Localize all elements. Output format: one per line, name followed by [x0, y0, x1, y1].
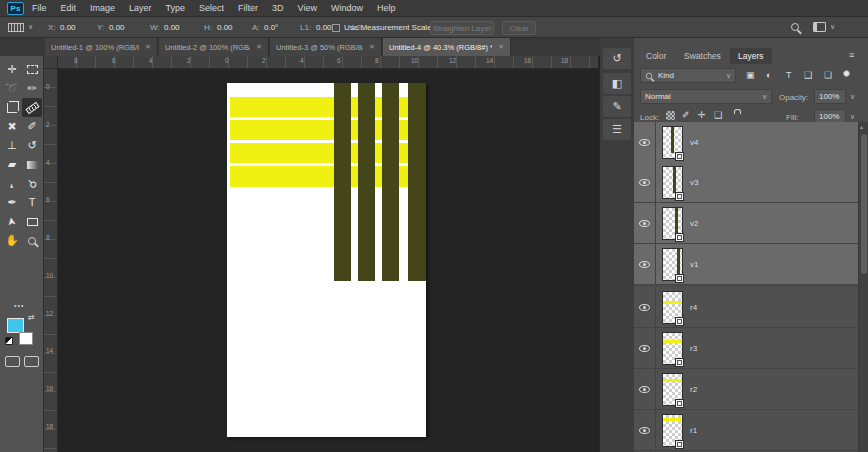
tab-untitled-3[interactable]: Untitled-3 @ 50% (RGB/8#) ✕ [270, 38, 382, 56]
opacity-field[interactable]: 100% [814, 89, 846, 104]
layer-row[interactable]: v3 [634, 162, 858, 203]
layer-thumbnail[interactable] [662, 166, 683, 199]
filter-pixel-layers-icon[interactable]: ▣ [746, 70, 755, 80]
tab-color[interactable]: Color [638, 48, 674, 64]
scroll-up-icon[interactable]: ▴ [860, 123, 863, 130]
tab-swatches[interactable]: Swatches [676, 48, 729, 64]
layer-row[interactable]: v1 [634, 244, 858, 285]
tab-untitled-1[interactable]: Untitled-1 @ 100% (RGB/8#) ✕ [45, 38, 158, 56]
clear-button[interactable]: Clear [502, 21, 536, 35]
visibility-toggle[interactable] [634, 162, 656, 203]
lock-position-icon[interactable]: ✛ [698, 110, 706, 120]
filter-smart-objects-icon[interactable]: ❏ [824, 70, 832, 80]
layer-name[interactable]: v2 [690, 219, 698, 228]
opacity-caret-icon[interactable]: ∨ [850, 93, 855, 101]
edit-toolbar-ellipsis[interactable]: ••• [14, 302, 24, 309]
menu-type[interactable]: Type [166, 3, 186, 13]
filter-toggle-icon[interactable] [843, 70, 850, 77]
ruler-tool[interactable] [22, 98, 42, 117]
filter-adjustment-layers-icon[interactable]: ◐ [766, 70, 771, 80]
eraser-tool[interactable]: ▰ [2, 155, 22, 174]
filter-type-layers-icon[interactable]: T [786, 70, 792, 80]
history-brush-tool[interactable]: ↺ [22, 136, 42, 155]
layer-name[interactable]: r3 [690, 344, 697, 353]
tab-untitled-2[interactable]: Untitled-2 @ 100% (RGB/8) ✕ [159, 38, 269, 56]
brush-settings-panel-button[interactable]: ✎ [603, 96, 631, 117]
layer-thumbnail[interactable] [662, 207, 683, 240]
lock-transparency-icon[interactable] [666, 111, 675, 120]
layer-row[interactable]: r3 [634, 328, 858, 369]
gradient-tool[interactable] [22, 155, 42, 174]
layer-filter-kind-dropdown[interactable]: Kind ∨ [640, 68, 736, 83]
foreground-color-swatch[interactable] [7, 318, 24, 333]
menu-filter[interactable]: Filter [238, 3, 258, 13]
blur-tool[interactable]: ❜ [2, 174, 22, 193]
visibility-toggle[interactable] [634, 122, 656, 163]
pen-tool[interactable]: ✒ [2, 193, 22, 212]
brush-tool[interactable]: ✐ [22, 117, 42, 136]
rectangle-tool[interactable] [22, 212, 42, 231]
tool-preset-caret-icon[interactable]: ∨ [28, 23, 33, 31]
tab-layers[interactable]: Layers [730, 48, 772, 64]
menu-select[interactable]: Select [199, 3, 224, 13]
layer-name[interactable]: v1 [690, 260, 698, 269]
layer-thumbnail[interactable] [662, 414, 683, 447]
visibility-toggle[interactable] [634, 203, 656, 244]
canvas-pasteboard[interactable] [58, 69, 598, 452]
layer-name[interactable]: v3 [690, 178, 698, 187]
layer-row[interactable]: r4 [634, 287, 858, 328]
layer-name[interactable]: r4 [690, 303, 697, 312]
visibility-toggle[interactable] [634, 410, 656, 451]
layer-thumbnail[interactable] [662, 332, 683, 365]
search-icon[interactable] [791, 23, 799, 31]
swap-colors-icon[interactable]: ⇄ [28, 313, 35, 322]
layer-name[interactable]: v4 [690, 138, 698, 147]
close-tab-icon[interactable]: ✕ [369, 43, 375, 51]
lasso-tool[interactable]: ➰ [2, 79, 22, 98]
properties-panel-button[interactable]: ☰ [603, 119, 631, 140]
layer-row[interactable]: v4 [634, 122, 858, 163]
type-tool[interactable]: T [22, 193, 42, 212]
menu-layer[interactable]: Layer [129, 3, 152, 13]
scrollbar-thumb[interactable] [861, 134, 867, 274]
panel-menu-icon[interactable]: ≡ [849, 50, 854, 60]
visibility-toggle[interactable] [634, 244, 656, 285]
menu-3d[interactable]: 3D [272, 3, 284, 13]
visibility-toggle[interactable] [634, 328, 656, 369]
screen-mode-button[interactable] [24, 356, 39, 367]
visibility-toggle[interactable] [634, 369, 656, 410]
layer-name[interactable]: r2 [690, 385, 697, 394]
blend-mode-dropdown[interactable]: Normal ∨ [640, 89, 772, 104]
menu-edit[interactable]: Edit [61, 3, 77, 13]
layer-thumbnail[interactable] [662, 373, 683, 406]
menu-help[interactable]: Help [377, 3, 396, 13]
crop-tool[interactable] [2, 98, 22, 117]
hand-tool[interactable]: ✋ [2, 231, 22, 250]
menu-window[interactable]: Window [331, 3, 363, 13]
default-colors-icon[interactable] [5, 337, 13, 345]
horizontal-ruler[interactable]: 8 6 4 2 0 2 4 6 8 10 12 14 16 18 [58, 56, 598, 69]
close-tab-icon[interactable]: ✕ [498, 43, 504, 51]
layer-row[interactable]: r2 [634, 369, 858, 410]
workspace-caret-icon[interactable]: ∨ [830, 23, 835, 31]
visibility-toggle[interactable] [634, 287, 656, 328]
document-canvas[interactable] [227, 83, 426, 437]
rectangular-marquee-tool[interactable] [22, 60, 42, 79]
quick-selection-tool[interactable]: ✏ [22, 79, 42, 98]
workspace-switcher-icon[interactable] [813, 22, 826, 32]
history-panel-button[interactable]: ↺ [603, 48, 631, 69]
straighten-layer-button[interactable]: Straighten Layer [430, 21, 494, 35]
clone-stamp-tool[interactable]: ⊥ [2, 136, 22, 155]
background-color-swatch[interactable] [19, 332, 33, 345]
layer-thumbnail[interactable] [662, 291, 683, 324]
menu-file[interactable]: File [32, 3, 47, 13]
layer-name[interactable]: r1 [690, 426, 697, 435]
layer-thumbnail[interactable] [662, 126, 683, 159]
adjustments-panel-button[interactable]: ◧ [603, 73, 631, 94]
move-tool[interactable]: ✛ [2, 60, 22, 79]
layer-thumbnail[interactable] [662, 248, 683, 281]
filter-shape-layers-icon[interactable]: ❑ [804, 70, 812, 80]
path-selection-tool[interactable]: ➤ [2, 212, 22, 231]
quick-mask-button[interactable] [5, 356, 20, 367]
tab-untitled-4[interactable]: Untitled-4 @ 40.3% (RGB/8#) * ✕ [383, 38, 511, 56]
